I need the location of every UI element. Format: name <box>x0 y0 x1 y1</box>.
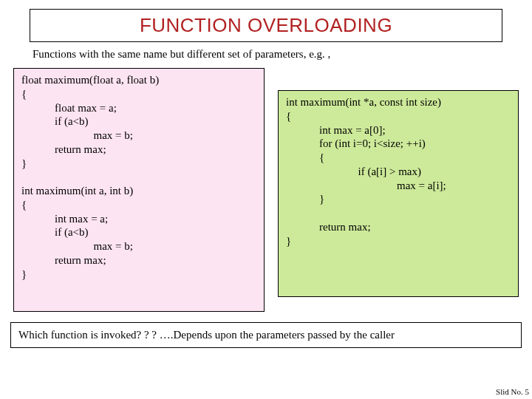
footer-question: Which function is invoked? ? ? ….Depends… <box>10 322 522 348</box>
slide-title: FUNCTION OVERLOADING <box>30 14 502 37</box>
slide-number: Slid No. 5 <box>496 387 529 396</box>
code-box-right: int maximum(int *a, const int size) { in… <box>278 90 519 297</box>
intro-text: Functions with the same name but differe… <box>33 48 499 61</box>
code-columns: float maximum(float a, float b) { float … <box>13 68 519 312</box>
code-box-left: float maximum(float a, float b) { float … <box>13 68 265 312</box>
title-box: FUNCTION OVERLOADING <box>30 9 502 42</box>
